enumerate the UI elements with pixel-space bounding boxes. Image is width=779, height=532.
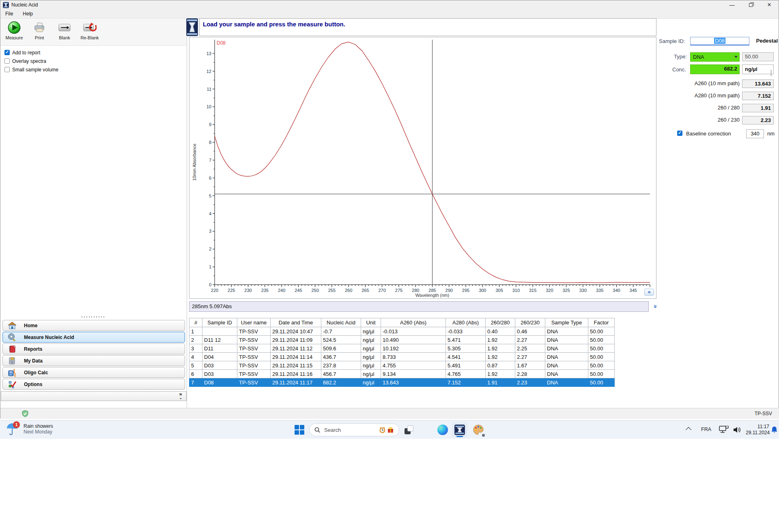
cell: 29.11.2024 11:17 bbox=[271, 378, 321, 387]
sidebar-expand-button[interactable]: »⌄ bbox=[179, 392, 182, 399]
measure-button[interactable]: Measure bbox=[4, 21, 25, 40]
cell: 50.00 bbox=[588, 378, 615, 387]
edge-browser-icon[interactable] bbox=[437, 425, 448, 435]
column-header[interactable]: Sample Type bbox=[545, 318, 588, 327]
column-header[interactable]: 260/230 bbox=[515, 318, 545, 327]
cell: 1.92 bbox=[486, 353, 515, 361]
reblank-label: Re-Blank bbox=[80, 35, 99, 40]
cell: 50.00 bbox=[588, 361, 615, 370]
cell: DNA bbox=[545, 378, 588, 387]
sample-id-input[interactable]: D08 bbox=[690, 37, 749, 45]
volume-icon[interactable] bbox=[733, 426, 742, 434]
a280-value: 7.152 bbox=[757, 93, 771, 99]
column-header[interactable]: Sample ID bbox=[202, 318, 237, 327]
cell: ng/µl bbox=[361, 378, 381, 387]
readout-collapse-button[interactable]: » bbox=[650, 302, 660, 311]
type-factor-field[interactable]: 50.00 bbox=[742, 52, 774, 61]
table-row[interactable]: 1TP-SSV29.11.2024 10:47-0.7ng/µl-0.013-0… bbox=[189, 327, 615, 336]
language-indicator[interactable]: FRA bbox=[701, 427, 711, 432]
svg-text:9: 9 bbox=[209, 122, 211, 127]
reblank-button[interactable]: Re-Blank bbox=[79, 21, 100, 40]
svg-text:225: 225 bbox=[228, 288, 235, 293]
table-row[interactable]: 4D04TP-SSV29.11.2024 11:14436.7ng/µl8.73… bbox=[189, 353, 615, 361]
ratio-260-280-label: 260 / 280 bbox=[663, 105, 740, 111]
svg-text:13: 13 bbox=[207, 51, 211, 56]
column-header[interactable]: A280 (Abs) bbox=[446, 318, 486, 327]
notification-bell-icon[interactable] bbox=[771, 426, 778, 433]
svg-text:295: 295 bbox=[462, 288, 469, 293]
cell: DNA bbox=[545, 344, 588, 353]
table-row[interactable]: 6D03TP-SSV29.11.2024 11:16456.7ng/µl9.13… bbox=[189, 370, 615, 378]
task-view-button[interactable] bbox=[405, 425, 413, 434]
blank-button[interactable]: Blank bbox=[54, 21, 75, 40]
minimize-button[interactable]: — bbox=[723, 0, 741, 9]
svg-text:325: 325 bbox=[562, 288, 570, 293]
close-button[interactable]: × bbox=[760, 0, 779, 9]
cell: 29.11.2024 11:16 bbox=[271, 370, 321, 378]
cell: ng/µl bbox=[361, 336, 381, 344]
paint-app-icon[interactable] bbox=[473, 425, 484, 435]
table-row[interactable]: 2D11 12TP-SSV29.11.2024 11:09524.5ng/µl1… bbox=[189, 336, 615, 344]
tray-chevron-up-icon[interactable] bbox=[686, 427, 691, 433]
blank-icon bbox=[58, 21, 71, 34]
column-header[interactable]: Unit bbox=[361, 318, 381, 327]
sidebar-item-home[interactable]: Home bbox=[2, 320, 185, 331]
column-header[interactable]: A260 (Abs) bbox=[381, 318, 446, 327]
column-header[interactable]: 260/280 bbox=[486, 318, 515, 327]
svg-text:3: 3 bbox=[209, 229, 211, 234]
baseline-checkbox[interactable] bbox=[677, 131, 682, 136]
menu-help[interactable]: Help bbox=[18, 11, 38, 17]
column-header[interactable]: User name bbox=[237, 318, 271, 327]
svg-text:340: 340 bbox=[613, 288, 620, 293]
table-row[interactable]: 3D11TP-SSV29.11.2024 11:12509.6ng/µl10.1… bbox=[189, 344, 615, 353]
sidebar-item-my-data[interactable]: My Data bbox=[2, 355, 185, 366]
table-row[interactable]: 7D08TP-SSV29.11.2024 11:17682.2ng/µl13.6… bbox=[189, 378, 615, 387]
cell: 7.152 bbox=[446, 378, 486, 387]
restore-button[interactable] bbox=[741, 0, 760, 9]
baseline-unit-label: nm bbox=[767, 131, 775, 137]
clock-time: 11:17 bbox=[746, 424, 769, 430]
conc-value: 682.2 bbox=[724, 66, 737, 72]
print-button[interactable]: Print bbox=[29, 21, 50, 40]
taskbar-weather-widget[interactable]: 1 Rain showers Next Monday bbox=[6, 422, 53, 436]
sidebar-nav: Home Measure Nucleic Acid Reports My Dat… bbox=[0, 319, 187, 401]
column-header[interactable]: Factor bbox=[588, 318, 615, 327]
cell: D03 bbox=[202, 370, 237, 378]
type-dropdown[interactable]: DNA bbox=[690, 52, 740, 62]
sidebar-item-measure-nucleic-acid[interactable]: Measure Nucleic Acid bbox=[2, 332, 185, 343]
nucleic-acid-app-icon[interactable] bbox=[452, 422, 467, 438]
cell: 5.471 bbox=[446, 336, 486, 344]
network-icon[interactable] bbox=[719, 426, 729, 434]
svg-text:10mm Absorbance: 10mm Absorbance bbox=[192, 144, 197, 181]
cell: 456.7 bbox=[321, 370, 361, 378]
cell: 4.755 bbox=[381, 361, 446, 370]
column-header[interactable]: Date and Time bbox=[271, 318, 321, 327]
menu-file[interactable]: File bbox=[0, 11, 18, 17]
column-header[interactable]: Nucleic Acid bbox=[321, 318, 361, 327]
search-box[interactable]: Search bbox=[309, 423, 399, 436]
column-header[interactable]: # bbox=[189, 318, 202, 327]
cell: 6 bbox=[189, 370, 202, 378]
cell: 8.733 bbox=[381, 353, 446, 361]
baseline-wavelength-input[interactable]: 340 bbox=[746, 129, 764, 138]
add-to-report-checkbox[interactable]: Add to report bbox=[4, 48, 58, 57]
status-message-box: Load your sample and press the measure b… bbox=[199, 18, 656, 36]
measure-play-icon bbox=[7, 21, 21, 34]
start-button[interactable] bbox=[295, 425, 304, 435]
svg-text:320: 320 bbox=[546, 288, 553, 293]
chart-collapse-button[interactable]: « bbox=[644, 289, 654, 296]
sidebar-item-options[interactable]: Options bbox=[2, 379, 185, 390]
table-row[interactable]: 5D03TP-SSV29.11.2024 11:15237.8ng/µl4.75… bbox=[189, 361, 615, 370]
svg-text:270: 270 bbox=[379, 288, 386, 293]
taskbar-clock[interactable]: 11:17 29.11.2024 bbox=[746, 424, 769, 436]
sidebar-item-reports[interactable]: Reports bbox=[2, 343, 185, 354]
cell: 0.87 bbox=[486, 361, 515, 370]
cell: 4 bbox=[189, 353, 202, 361]
report-options: Add to report Overlay spectra Small samp… bbox=[4, 48, 58, 74]
sidebar-item-oligo-calc[interactable]: Oligo Calc bbox=[2, 367, 185, 378]
splitter-handle[interactable] bbox=[82, 316, 106, 317]
small-sample-volume-checkbox[interactable]: Small sample volume bbox=[4, 65, 58, 74]
overlay-spectra-checkbox[interactable]: Overlay spectra bbox=[4, 57, 58, 65]
conc-unit-dropdown[interactable]: ng/µl bbox=[742, 64, 774, 74]
svg-text:6: 6 bbox=[209, 176, 211, 180]
